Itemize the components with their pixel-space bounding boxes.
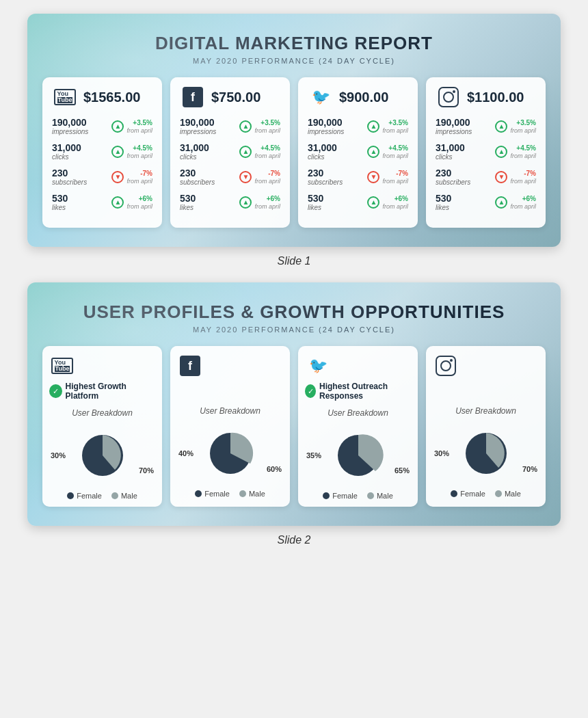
youtube-pie-label-right: 70% xyxy=(139,466,154,475)
instagram-subscribers-value: 230 xyxy=(436,168,470,178)
youtube-card-header: You Tube $1565.00 xyxy=(52,87,152,107)
youtube-clicks-pct: +4.5% xyxy=(133,144,152,152)
facebook-clicks-note: from april xyxy=(254,152,280,159)
youtube-amount: $1565.00 xyxy=(83,90,140,105)
instagram-s2-card: User Breakdown 30% 70% Female xyxy=(426,346,546,507)
instagram-impressions-arrow: ▲ xyxy=(495,120,507,133)
instagram-impressions-note: from april xyxy=(510,127,536,134)
youtube-impressions-pct: +3.5% xyxy=(133,119,152,127)
instagram-clicks-row: 31,000 clicks ▲ +4.5% from april xyxy=(436,142,536,161)
twitter-likes-note: from april xyxy=(382,203,408,210)
twitter-badge-text: Highest Outreach Responses xyxy=(319,382,411,401)
facebook-subscribers-label: subscribers xyxy=(180,178,215,186)
twitter-likes-pct: +6% xyxy=(395,195,408,202)
youtube-pie-chart xyxy=(75,428,130,483)
facebook-impressions-value: 190,000 xyxy=(180,117,216,128)
facebook-clicks-value: 31,000 xyxy=(180,142,209,153)
youtube-impressions-value: 190,000 xyxy=(52,117,88,128)
instagram-pie-container: 30% 70% xyxy=(433,423,539,484)
twitter-pie-chart xyxy=(331,428,386,483)
facebook-s2-icon: f xyxy=(177,356,203,376)
instagram-clicks-label: clicks xyxy=(436,153,465,161)
twitter-subscribers-arrow: ▼ xyxy=(367,171,379,183)
twitter-likes-label: likes xyxy=(308,204,323,211)
twitter-clicks-pct: +4.5% xyxy=(388,144,408,152)
instagram-clicks-arrow: ▲ xyxy=(495,146,507,158)
twitter-clicks-label: clicks xyxy=(308,153,337,161)
youtube-likes-row: 530 likes ▲ +6% from april xyxy=(52,193,152,211)
facebook-clicks-pct: +4.5% xyxy=(260,144,280,152)
instagram-pie-label-right: 70% xyxy=(522,465,537,473)
twitter-subscribers-label: subscribers xyxy=(308,178,343,186)
twitter-male-label: Male xyxy=(377,492,393,500)
facebook-impressions-pct: +3.5% xyxy=(260,119,280,127)
twitter-badge-check-icon: ✓ xyxy=(305,384,316,398)
youtube-s2-breakdown: User Breakdown xyxy=(49,408,155,418)
twitter-s2-card: 🐦 ✓ Highest Outreach Responses User Brea… xyxy=(298,346,418,507)
youtube-badge-check-icon: ✓ xyxy=(49,384,62,398)
facebook-icon: f xyxy=(180,87,206,107)
youtube-pie-container: 30% 70% xyxy=(49,425,155,486)
facebook-subscribers-note: from april xyxy=(254,178,280,185)
youtube-pie-label-left: 30% xyxy=(51,451,66,460)
twitter-amount: $900.00 xyxy=(339,90,388,105)
facebook-likes-pct: +6% xyxy=(267,195,280,202)
facebook-male-dot xyxy=(239,490,246,497)
facebook-subscribers-pct: -7% xyxy=(268,170,280,177)
youtube-male-label: Male xyxy=(121,492,137,500)
facebook-s2-breakdown: User Breakdown xyxy=(177,406,283,416)
youtube-impressions-label: impressions xyxy=(52,128,88,135)
youtube-impressions-row: 190,000 impressions ▲ +3.5% from april xyxy=(52,117,152,135)
twitter-s2-breakdown: User Breakdown xyxy=(305,408,411,418)
twitter-pie-label-right: 65% xyxy=(395,466,410,475)
instagram-card-header: $1100.00 xyxy=(436,87,536,107)
twitter-impressions-pct: +3.5% xyxy=(388,119,408,127)
twitter-pie-container: 35% 65% xyxy=(305,425,411,486)
twitter-clicks-row: 31,000 clicks ▲ +4.5% from april xyxy=(308,142,408,161)
slide2-cards-row: You Tube ✓ Highest Growth Platform User … xyxy=(42,346,546,507)
youtube-s2-card: You Tube ✓ Highest Growth Platform User … xyxy=(42,346,162,507)
instagram-clicks-value: 31,000 xyxy=(436,142,465,153)
instagram-clicks-note: from april xyxy=(510,152,536,159)
youtube-clicks-note: from april xyxy=(126,152,152,159)
instagram-subscribers-pct: -7% xyxy=(524,170,536,177)
youtube-likes-label: likes xyxy=(52,204,68,211)
instagram-likes-pct: +6% xyxy=(522,195,536,202)
slide-1: DIGITAL MARKETING REPORT MAY 2020 PERFOR… xyxy=(27,14,561,247)
facebook-impressions-label: impressions xyxy=(180,128,216,135)
instagram-subscribers-note: from april xyxy=(510,178,536,185)
facebook-female-dot xyxy=(195,490,202,497)
instagram-s2-breakdown: User Breakdown xyxy=(433,406,539,416)
instagram-likes-row: 530 likes ▲ +6% from april xyxy=(436,193,536,211)
facebook-impressions-arrow: ▲ xyxy=(239,120,252,133)
instagram-impressions-value: 190,000 xyxy=(436,117,472,128)
twitter-legend: Female Male xyxy=(305,492,411,500)
twitter-impressions-arrow: ▲ xyxy=(367,120,379,133)
facebook-clicks-label: clicks xyxy=(180,153,209,161)
twitter-impressions-note: from april xyxy=(382,127,408,134)
slide2-title: USER PROFILES & GROWTH OPPORTUNITIES xyxy=(42,302,546,323)
facebook-likes-row: 530 likes ▲ +6% from april xyxy=(180,193,280,211)
twitter-pie-label-left: 35% xyxy=(306,451,321,460)
youtube-subscribers-value: 230 xyxy=(52,168,87,178)
youtube-impressions-note: from april xyxy=(126,127,152,134)
slide-2: USER PROFILES & GROWTH OPPORTUNITIES MAY… xyxy=(27,282,561,526)
facebook-legend: Female Male xyxy=(177,490,283,498)
instagram-card: $1100.00 190,000 impressions ▲ +3.5% fro… xyxy=(426,77,546,228)
facebook-pie-label-left: 40% xyxy=(178,449,193,457)
youtube-badge-text: Highest Growth Platform xyxy=(66,382,155,401)
instagram-likes-arrow: ▲ xyxy=(495,196,507,209)
facebook-likes-value: 530 xyxy=(180,193,196,204)
facebook-subscribers-row: 230 subscribers ▼ -7% from april xyxy=(180,168,280,186)
twitter-clicks-arrow: ▲ xyxy=(367,146,379,158)
youtube-clicks-label: clicks xyxy=(52,153,81,161)
twitter-impressions-label: impressions xyxy=(308,128,344,135)
instagram-subscribers-label: subscribers xyxy=(436,178,470,186)
youtube-legend: Female Male xyxy=(49,492,155,500)
youtube-s2-icon: You Tube xyxy=(49,356,75,376)
slide1-title: DIGITAL MARKETING REPORT xyxy=(42,33,546,54)
instagram-impressions-row: 190,000 impressions ▲ +3.5% from april xyxy=(436,117,536,135)
youtube-female-dot xyxy=(67,492,74,499)
instagram-impressions-label: impressions xyxy=(436,128,472,135)
twitter-subscribers-note: from april xyxy=(382,178,408,185)
